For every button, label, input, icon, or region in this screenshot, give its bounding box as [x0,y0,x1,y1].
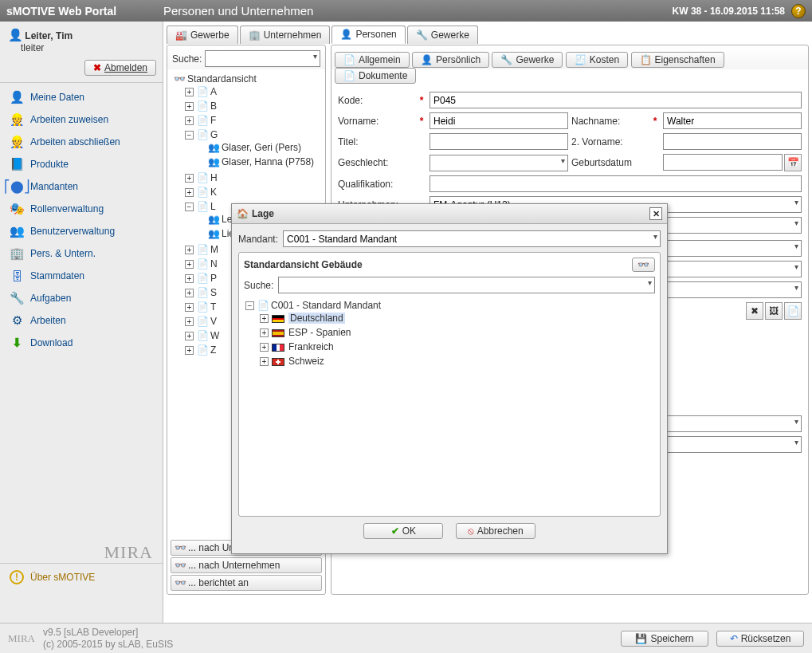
subtab-allgemein[interactable]: 📄Allgemein [335,52,410,68]
about-row[interactable]: ! Über sMOTIVE [0,563,163,591]
geschlecht-select[interactable] [430,155,568,171]
expand-toggle[interactable]: + [185,317,194,326]
expand-toggle[interactable]: + [185,116,194,125]
tree-node[interactable]: P [210,273,217,284]
expand-toggle[interactable]: + [260,328,269,337]
country-node[interactable]: Frankreich [288,341,334,352]
tab-unternehmen[interactable]: 🏢Unternehmen [240,26,331,44]
subtab-persoenlich[interactable]: 👤Persönlich [412,52,489,68]
zweitervorname-input[interactable] [663,133,802,150]
nav-produkte[interactable]: 📘Produkte [0,153,163,175]
expand-toggle[interactable]: + [185,188,194,197]
tree-node[interactable]: S [210,287,217,298]
page-icon[interactable]: 📄 [784,302,802,320]
app-footer: MIRA v9.5 [sLAB Developer] (c) 2005-2015… [0,623,812,653]
expand-toggle[interactable]: + [185,260,194,269]
delete-icon[interactable]: ✖ [746,302,763,320]
dialog-close-button[interactable]: ✕ [649,207,662,220]
tree-node[interactable]: F [210,115,216,126]
nav-mandanten[interactable]: ⎡⬤⎦Mandanten [0,175,163,198]
nav-rollenverwaltung[interactable]: 🎭Rollenverwaltung [0,198,163,220]
tree-search-input[interactable] [205,50,320,67]
qualifikation-input[interactable] [430,175,802,192]
expand-toggle[interactable]: − [185,131,194,140]
tree-node[interactable]: N [210,258,218,269]
expand-toggle[interactable]: + [260,314,269,323]
tree-node[interactable]: L [210,201,216,212]
country-node[interactable]: ESP - Spanien [288,327,351,338]
tree-node[interactable]: G [210,129,218,140]
expand-toggle[interactable]: + [185,303,194,312]
geburtsdatum-input[interactable] [663,154,783,171]
expand-toggle[interactable]: + [260,343,269,352]
tree-footer-3[interactable]: 👓... berichtet an [171,575,322,591]
tab-gewerke[interactable]: 🔧Gewerke [407,26,478,44]
glasses-button[interactable]: 👓 [632,258,655,272]
nav-stammdaten[interactable]: 🗄Stammdaten [0,265,163,287]
mandant-select[interactable] [283,230,661,247]
nav-meine-daten[interactable]: 👤Meine Daten [0,86,163,108]
dialog-tree-root[interactable]: C001 - Standard Mandant [271,300,381,311]
tree-footer-2[interactable]: 👓... nach Unternehmen [171,557,322,573]
expand-toggle[interactable]: + [185,246,194,254]
expand-toggle[interactable]: + [185,174,194,183]
nav-label: Rollenverwaltung [30,203,104,214]
collapse-toggle[interactable]: − [245,301,254,310]
tree-node[interactable]: M [210,244,218,255]
subtab-gewerke[interactable]: 🔧Gewerke [492,52,563,68]
nav-aufgaben[interactable]: 🔧Aufgaben [0,287,163,309]
subtab-kosten[interactable]: 🧾Kosten [566,52,628,68]
mira-logo: MIRA [104,542,153,563]
logout-button[interactable]: ✖ Abmelden [84,60,156,76]
data-icon: 🗄 [10,269,24,283]
ok-button[interactable]: ✔OK [363,523,443,539]
tab-gewerbe[interactable]: 🏭Gewerbe [167,26,238,44]
tree-node[interactable]: Z [210,344,216,356]
nav-pers-untern[interactable]: 🏢Pers. & Untern. [0,242,163,265]
location-tree[interactable]: −📄C001 - Standard Mandant +Deutschland+E… [244,298,655,370]
tree-node[interactable]: B [210,100,217,112]
nachname-input[interactable] [663,112,802,129]
save-button[interactable]: 💾Speichern [621,631,708,647]
cancel-button[interactable]: ⦸Abbrechen [456,523,535,539]
country-node[interactable]: Schweiz [288,356,324,367]
tree-node[interactable]: K [210,187,217,198]
tab-personen[interactable]: 👤Personen [331,26,405,44]
nav-arbeiten-zuweisen[interactable]: 👷Arbeiten zuweisen [0,108,163,131]
expand-toggle[interactable]: + [260,357,269,366]
dialog-search-input[interactable] [278,277,655,293]
tree-node[interactable]: V [210,316,217,327]
country-node[interactable]: Deutschland [288,313,345,324]
nav-benutzerverwaltung[interactable]: 👥Benutzerverwaltung [0,220,163,242]
tree-root[interactable]: Standardansicht [187,73,257,85]
help-icon[interactable]: ? [791,4,806,18]
subtab-label: Eigenschaften [655,54,716,65]
expand-toggle[interactable]: − [185,203,194,211]
kode-input[interactable] [430,92,802,108]
nav-arbeiten[interactable]: ⚙Arbeiten [0,309,163,332]
subtab-dokumente[interactable]: 📄Dokumente [335,68,416,84]
calendar-icon[interactable]: 📅 [784,154,802,171]
titel-input[interactable] [430,133,568,150]
beschaeftigung-select[interactable] [663,217,802,234]
expand-toggle[interactable]: + [185,102,194,111]
nav-download[interactable]: ⬇Download [0,332,163,354]
reset-button[interactable]: ↶Rücksetzen [716,631,804,647]
dialog-titlebar[interactable]: 🏠 Lage ✕ [232,204,667,224]
tree-leaf[interactable]: Glaser, Geri (Pers) [222,142,301,153]
tree-node[interactable]: W [210,330,219,341]
subtab-eigenschaften[interactable]: 📋Eigenschaften [631,52,724,68]
tree-node[interactable]: A [210,86,217,97]
vorname-input[interactable] [430,112,568,129]
expand-toggle[interactable]: + [185,289,194,297]
expand-toggle[interactable]: + [185,88,194,96]
image-icon[interactable]: 🖼 [765,302,783,320]
expand-toggle[interactable]: + [185,346,194,355]
tree-node[interactable]: T [210,301,216,313]
tree-node[interactable]: H [210,172,218,183]
tree-leaf[interactable]: Glaser, Hanna (P758) [222,156,314,167]
nav-arbeiten-abschliessen[interactable]: 👷Arbeiten abschließen [0,131,163,153]
expand-toggle[interactable]: + [185,332,194,340]
expand-toggle[interactable]: + [185,274,194,283]
person-icon: 👥 [208,142,219,153]
